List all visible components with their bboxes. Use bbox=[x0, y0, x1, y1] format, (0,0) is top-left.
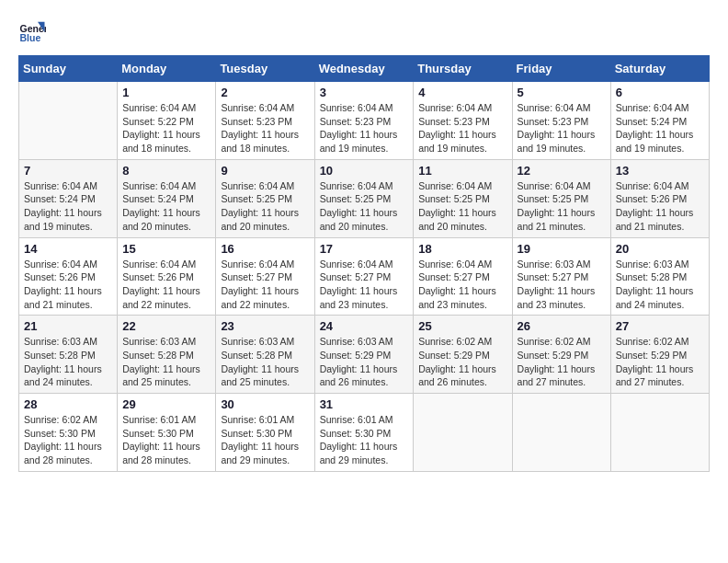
day-info: Sunrise: 6:04 AMSunset: 5:25 PMDaylight:… bbox=[518, 179, 606, 234]
day-number: 11 bbox=[418, 164, 506, 178]
calendar-cell: 9Sunrise: 6:04 AMSunset: 5:25 PMDaylight… bbox=[216, 159, 314, 237]
day-info: Sunrise: 6:01 AMSunset: 5:30 PMDaylight:… bbox=[221, 413, 309, 467]
day-info: Sunrise: 6:02 AMSunset: 5:29 PMDaylight:… bbox=[616, 335, 704, 389]
day-info: Sunrise: 6:04 AMSunset: 5:25 PMDaylight:… bbox=[418, 179, 506, 234]
day-info: Sunrise: 6:04 AMSunset: 5:27 PMDaylight:… bbox=[320, 258, 409, 312]
day-info: Sunrise: 6:04 AMSunset: 5:25 PMDaylight:… bbox=[320, 179, 409, 234]
logo: General Blue bbox=[18, 18, 50, 46]
calendar-cell: 12Sunrise: 6:04 AMSunset: 5:25 PMDayligh… bbox=[512, 159, 610, 237]
calendar-week-2: 7Sunrise: 6:04 AMSunset: 5:24 PMDaylight… bbox=[19, 159, 710, 237]
calendar-cell: 28Sunrise: 6:02 AMSunset: 5:30 PMDayligh… bbox=[19, 394, 118, 472]
calendar-cell: 10Sunrise: 6:04 AMSunset: 5:25 PMDayligh… bbox=[314, 159, 414, 237]
day-info: Sunrise: 6:04 AMSunset: 5:26 PMDaylight:… bbox=[616, 179, 704, 234]
calendar-cell: 19Sunrise: 6:03 AMSunset: 5:27 PMDayligh… bbox=[512, 237, 610, 316]
calendar-cell: 22Sunrise: 6:03 AMSunset: 5:28 PMDayligh… bbox=[118, 316, 216, 394]
day-number: 27 bbox=[616, 319, 704, 333]
calendar-cell: 18Sunrise: 6:04 AMSunset: 5:27 PMDayligh… bbox=[414, 237, 512, 316]
day-info: Sunrise: 6:04 AMSunset: 5:26 PMDaylight:… bbox=[122, 258, 210, 312]
calendar-cell bbox=[414, 394, 512, 472]
day-info: Sunrise: 6:04 AMSunset: 5:26 PMDaylight:… bbox=[24, 258, 112, 312]
day-info: Sunrise: 6:03 AMSunset: 5:28 PMDaylight:… bbox=[616, 258, 704, 312]
day-number: 3 bbox=[320, 86, 409, 99]
day-info: Sunrise: 6:04 AMSunset: 5:24 PMDaylight:… bbox=[122, 179, 210, 234]
calendar-cell: 13Sunrise: 6:04 AMSunset: 5:26 PMDayligh… bbox=[610, 159, 709, 237]
day-info: Sunrise: 6:03 AMSunset: 5:28 PMDaylight:… bbox=[24, 335, 112, 389]
calendar-cell: 29Sunrise: 6:01 AMSunset: 5:30 PMDayligh… bbox=[118, 394, 216, 472]
day-number: 25 bbox=[418, 319, 506, 333]
day-number: 9 bbox=[221, 164, 309, 178]
day-number: 24 bbox=[320, 319, 409, 333]
day-number: 21 bbox=[24, 319, 112, 333]
calendar-week-5: 28Sunrise: 6:02 AMSunset: 5:30 PMDayligh… bbox=[19, 394, 710, 472]
day-header-sunday: Sunday bbox=[19, 56, 118, 82]
calendar-cell: 1Sunrise: 6:04 AMSunset: 5:22 PMDaylight… bbox=[118, 82, 216, 160]
day-info: Sunrise: 6:04 AMSunset: 5:27 PMDaylight:… bbox=[221, 258, 309, 312]
day-number: 19 bbox=[518, 242, 606, 256]
day-number: 16 bbox=[221, 242, 309, 256]
calendar-cell: 24Sunrise: 6:03 AMSunset: 5:29 PMDayligh… bbox=[314, 316, 414, 394]
day-number: 22 bbox=[122, 319, 210, 333]
day-info: Sunrise: 6:03 AMSunset: 5:29 PMDaylight:… bbox=[320, 335, 409, 389]
calendar-week-4: 21Sunrise: 6:03 AMSunset: 5:28 PMDayligh… bbox=[19, 316, 710, 394]
day-info: Sunrise: 6:04 AMSunset: 5:24 PMDaylight:… bbox=[616, 101, 704, 155]
calendar-cell: 8Sunrise: 6:04 AMSunset: 5:24 PMDaylight… bbox=[118, 159, 216, 237]
day-header-tuesday: Tuesday bbox=[216, 56, 314, 82]
day-info: Sunrise: 6:02 AMSunset: 5:29 PMDaylight:… bbox=[518, 335, 606, 389]
day-number: 15 bbox=[122, 242, 210, 256]
day-number: 8 bbox=[122, 164, 210, 178]
day-number: 31 bbox=[320, 397, 409, 411]
page-header: General Blue bbox=[18, 18, 710, 46]
day-info: Sunrise: 6:03 AMSunset: 5:27 PMDaylight:… bbox=[518, 258, 606, 312]
day-info: Sunrise: 6:02 AMSunset: 5:29 PMDaylight:… bbox=[418, 335, 506, 389]
day-info: Sunrise: 6:04 AMSunset: 5:27 PMDaylight:… bbox=[418, 258, 506, 312]
calendar-table: SundayMondayTuesdayWednesdayThursdayFrid… bbox=[18, 55, 710, 472]
day-info: Sunrise: 6:04 AMSunset: 5:25 PMDaylight:… bbox=[221, 179, 309, 234]
day-number: 4 bbox=[418, 86, 506, 99]
day-number: 29 bbox=[122, 397, 210, 411]
day-info: Sunrise: 6:01 AMSunset: 5:30 PMDaylight:… bbox=[122, 413, 210, 467]
day-number: 1 bbox=[122, 86, 210, 99]
day-info: Sunrise: 6:04 AMSunset: 5:22 PMDaylight:… bbox=[122, 101, 210, 155]
day-header-thursday: Thursday bbox=[414, 56, 512, 82]
day-info: Sunrise: 6:03 AMSunset: 5:28 PMDaylight:… bbox=[221, 335, 309, 389]
calendar-cell: 11Sunrise: 6:04 AMSunset: 5:25 PMDayligh… bbox=[414, 159, 512, 237]
day-info: Sunrise: 6:04 AMSunset: 5:23 PMDaylight:… bbox=[221, 101, 309, 155]
calendar-cell bbox=[19, 82, 118, 160]
day-number: 10 bbox=[320, 164, 409, 178]
calendar-cell bbox=[610, 394, 709, 472]
calendar-cell: 20Sunrise: 6:03 AMSunset: 5:28 PMDayligh… bbox=[610, 237, 709, 316]
calendar-cell: 16Sunrise: 6:04 AMSunset: 5:27 PMDayligh… bbox=[216, 237, 314, 316]
calendar-body: 1Sunrise: 6:04 AMSunset: 5:22 PMDaylight… bbox=[19, 82, 710, 472]
calendar-week-1: 1Sunrise: 6:04 AMSunset: 5:22 PMDaylight… bbox=[19, 82, 710, 160]
calendar-cell: 3Sunrise: 6:04 AMSunset: 5:23 PMDaylight… bbox=[314, 82, 414, 160]
calendar-cell bbox=[512, 394, 610, 472]
day-info: Sunrise: 6:04 AMSunset: 5:23 PMDaylight:… bbox=[320, 101, 409, 155]
calendar-cell: 4Sunrise: 6:04 AMSunset: 5:23 PMDaylight… bbox=[414, 82, 512, 160]
day-number: 14 bbox=[24, 242, 112, 256]
day-number: 20 bbox=[616, 242, 704, 256]
day-number: 2 bbox=[221, 86, 309, 99]
calendar-cell: 6Sunrise: 6:04 AMSunset: 5:24 PMDaylight… bbox=[610, 82, 709, 160]
calendar-cell: 26Sunrise: 6:02 AMSunset: 5:29 PMDayligh… bbox=[512, 316, 610, 394]
svg-text:Blue: Blue bbox=[20, 32, 41, 43]
day-info: Sunrise: 6:04 AMSunset: 5:23 PMDaylight:… bbox=[418, 101, 506, 155]
day-number: 6 bbox=[616, 86, 704, 99]
calendar-cell: 7Sunrise: 6:04 AMSunset: 5:24 PMDaylight… bbox=[19, 159, 118, 237]
calendar-cell: 14Sunrise: 6:04 AMSunset: 5:26 PMDayligh… bbox=[19, 237, 118, 316]
day-header-wednesday: Wednesday bbox=[314, 56, 414, 82]
calendar-cell: 23Sunrise: 6:03 AMSunset: 5:28 PMDayligh… bbox=[216, 316, 314, 394]
calendar-cell: 31Sunrise: 6:01 AMSunset: 5:30 PMDayligh… bbox=[314, 394, 414, 472]
day-info: Sunrise: 6:03 AMSunset: 5:28 PMDaylight:… bbox=[122, 335, 210, 389]
calendar-cell: 30Sunrise: 6:01 AMSunset: 5:30 PMDayligh… bbox=[216, 394, 314, 472]
day-number: 30 bbox=[221, 397, 309, 411]
day-number: 23 bbox=[221, 319, 309, 333]
day-number: 17 bbox=[320, 242, 409, 256]
day-number: 28 bbox=[24, 397, 112, 411]
calendar-cell: 15Sunrise: 6:04 AMSunset: 5:26 PMDayligh… bbox=[118, 237, 216, 316]
day-number: 5 bbox=[518, 86, 606, 99]
calendar-cell: 2Sunrise: 6:04 AMSunset: 5:23 PMDaylight… bbox=[216, 82, 314, 160]
calendar-cell: 5Sunrise: 6:04 AMSunset: 5:23 PMDaylight… bbox=[512, 82, 610, 160]
calendar-cell: 27Sunrise: 6:02 AMSunset: 5:29 PMDayligh… bbox=[610, 316, 709, 394]
day-number: 26 bbox=[518, 319, 606, 333]
day-number: 18 bbox=[418, 242, 506, 256]
